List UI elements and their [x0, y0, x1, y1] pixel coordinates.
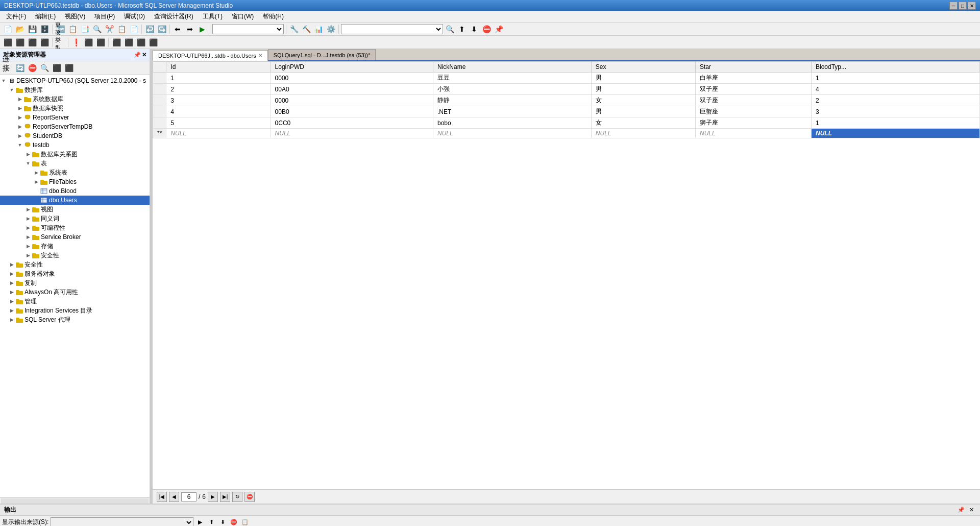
expander-programmability[interactable]: ▶	[24, 224, 32, 231]
expander-integration[interactable]: ▶	[8, 307, 15, 314]
tree-item-management[interactable]: ▶管理	[0, 297, 150, 306]
panel-close-icon[interactable]: ✕	[142, 52, 146, 58]
btn9[interactable]: ➡	[184, 23, 195, 35]
tree-item-tables[interactable]: ▼表	[0, 159, 150, 168]
tb2-btn4[interactable]: ⬛	[39, 37, 50, 48]
tb2-btn10[interactable]: ⬛	[135, 37, 146, 48]
btn13[interactable]: ⚙️	[325, 23, 336, 35]
id-cell[interactable]: 3	[166, 95, 271, 106]
prev-btn[interactable]: ⬆	[456, 23, 468, 35]
tb2-changetype[interactable]: 更改类型(Y) ▼	[55, 37, 66, 48]
open-btn[interactable]: 📂	[14, 23, 26, 35]
sex-cell[interactable]: NULL	[591, 129, 695, 138]
btn7[interactable]: 📄	[128, 23, 139, 35]
table-row[interactable]: **NULLNULLNULLNULLNULLNULL	[153, 129, 980, 138]
expander-management[interactable]: ▶	[8, 298, 15, 305]
tb2-btn2[interactable]: ⬛	[14, 37, 26, 48]
sex-cell[interactable]: 男	[591, 73, 695, 84]
stop-btn[interactable]: ⛔	[481, 23, 492, 35]
tb2-btn7[interactable]: ⬛	[95, 37, 106, 48]
sex-cell[interactable]: 女	[591, 117, 695, 129]
expander-testdb[interactable]: ▼	[16, 141, 23, 149]
tree-item-storage[interactable]: ▶存储	[0, 242, 150, 251]
col-id[interactable]: Id	[166, 62, 271, 73]
nickname-cell[interactable]: .NET	[433, 106, 592, 117]
tree-refresh-btn[interactable]: 🔄	[14, 62, 26, 74]
tree-item-sysdbs[interactable]: ▶系统数据库	[0, 94, 150, 104]
tree-item-views[interactable]: ▶视图	[0, 205, 150, 214]
table-row[interactable]: 30000静静女双子座2	[153, 95, 980, 106]
tree-item-programmability[interactable]: ▶可编程性	[0, 223, 150, 232]
expander-replication[interactable]: ▶	[8, 279, 15, 286]
expander-dbdiagrams[interactable]: ▶	[24, 151, 32, 158]
tab-table-editor-close[interactable]: ✕	[258, 53, 262, 58]
output-btn5[interactable]: 📋	[240, 518, 250, 527]
table-row[interactable]: 10000豆豆男白羊座1	[153, 73, 980, 84]
expander-dbo_blood[interactable]	[33, 187, 40, 195]
expander-storage[interactable]: ▶	[24, 243, 32, 250]
expander-servicebroker[interactable]: ▶	[24, 233, 32, 241]
redo-btn[interactable]: ↪️	[156, 23, 167, 35]
tree-item-dbo_blood[interactable]: dbo.Blood	[0, 186, 150, 196]
expander-dbo_users[interactable]	[33, 197, 40, 204]
btn8[interactable]: ⬅	[172, 23, 183, 35]
expander-filetables[interactable]: ▶	[33, 178, 40, 185]
expander-alwayson[interactable]: ▶	[8, 289, 15, 296]
id-cell[interactable]: 2	[166, 84, 271, 95]
pag-last-btn[interactable]: ▶|	[220, 492, 230, 502]
tree-item-dbdiagrams[interactable]: ▶数据库关系图	[0, 150, 150, 159]
next-btn[interactable]: ⬇	[469, 23, 480, 35]
new-query-btn[interactable]: 📄	[2, 23, 13, 35]
execute-btn[interactable]: ▶	[197, 23, 208, 35]
bloodtype-cell[interactable]: 2	[812, 95, 980, 106]
tree-item-databases[interactable]: ▼数据库	[0, 85, 150, 94]
star-cell[interactable]: 白羊座	[696, 73, 812, 84]
expander-sysdbs[interactable]: ▶	[16, 95, 23, 103]
tb2-btn1[interactable]: ⬛	[2, 37, 13, 48]
loginpwd-cell[interactable]: 00B0	[271, 106, 433, 117]
btn11[interactable]: 🔨	[301, 23, 312, 35]
tree-view[interactable]: ▼🖥DESKTOP-UTLP66J (SQL Server 12.0.2000 …	[0, 75, 150, 497]
expander-server[interactable]: ▼	[0, 77, 7, 84]
pag-first-btn[interactable]: |◀	[157, 492, 167, 502]
search-selector[interactable]	[341, 24, 443, 34]
pag-refresh-btn[interactable]: ↻	[232, 492, 242, 502]
tree-filter-btn[interactable]: 🔍	[39, 62, 50, 74]
star-cell[interactable]: 狮子座	[696, 117, 812, 129]
star-cell[interactable]: 巨蟹座	[696, 106, 812, 117]
tb2-btn9[interactable]: ⬛	[123, 37, 134, 48]
menu-window[interactable]: 窗口(W)	[228, 11, 258, 22]
menu-query-designer[interactable]: 查询设计器(R)	[150, 11, 198, 22]
tree-item-reportserver[interactable]: ▶ReportServer	[0, 113, 150, 122]
loginpwd-cell[interactable]: 00A0	[271, 84, 433, 95]
tb2-btn6[interactable]: ⬛	[83, 37, 94, 48]
col-nickname[interactable]: NickName	[433, 62, 592, 73]
tree-item-replication[interactable]: ▶复制	[0, 278, 150, 288]
pag-stop-btn[interactable]: ⛔	[244, 492, 255, 502]
tree-btn5[interactable]: ⬛	[51, 62, 62, 74]
tb2-btn8[interactable]: ⬛	[111, 37, 122, 48]
menu-file[interactable]: 文件(F)	[2, 11, 30, 22]
close-button[interactable]: ✕	[968, 2, 976, 10]
sex-cell[interactable]: 男	[591, 106, 695, 117]
expander-security_db[interactable]: ▶	[24, 252, 32, 259]
bloodtype-cell[interactable]: 4	[812, 84, 980, 95]
output-btn1[interactable]: ▶	[195, 518, 205, 527]
menu-debug[interactable]: 调试(D)	[120, 11, 149, 22]
output-btn3[interactable]: ⬇	[218, 518, 227, 527]
maximize-button[interactable]: □	[959, 2, 967, 10]
btn5[interactable]: ✂️	[104, 23, 115, 35]
tree-item-synonyms[interactable]: ▶同义词	[0, 214, 150, 223]
bloodtype-cell[interactable]: NULL	[812, 129, 980, 138]
col-loginpwd[interactable]: LoginPWD	[271, 62, 433, 73]
expander-reportservertempdb[interactable]: ▶	[16, 123, 23, 130]
pag-current-input[interactable]	[181, 492, 197, 501]
sex-cell[interactable]: 男	[591, 84, 695, 95]
minimize-button[interactable]: ─	[949, 2, 958, 10]
data-grid-container[interactable]: Id LoginPWD NickName Sex Star BloodTyp..…	[153, 61, 980, 489]
loginpwd-cell[interactable]: NULL	[271, 129, 433, 138]
star-cell[interactable]: 双子座	[696, 84, 812, 95]
btn3[interactable]: 📑	[79, 23, 90, 35]
col-star[interactable]: Star	[696, 62, 812, 73]
expander-views[interactable]: ▶	[24, 206, 32, 213]
